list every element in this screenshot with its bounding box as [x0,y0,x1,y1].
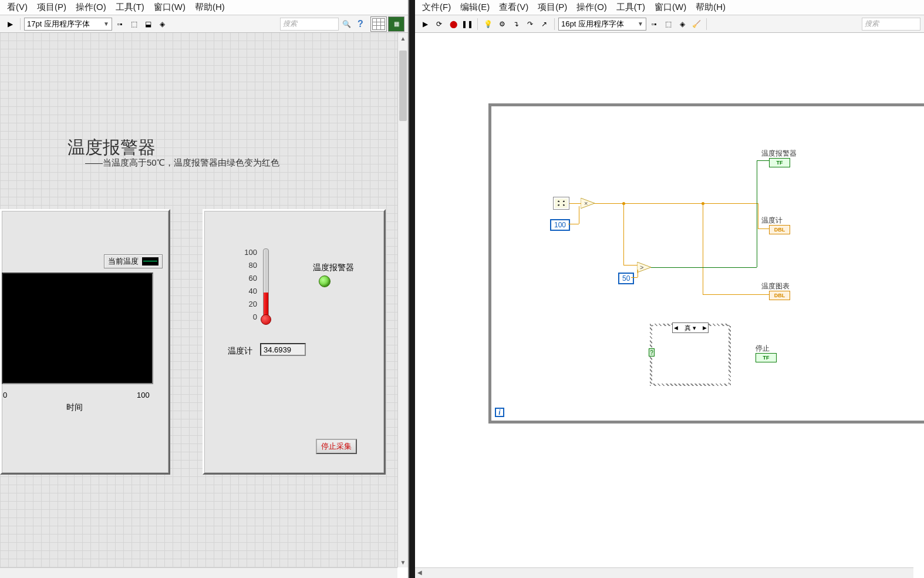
chart-indicator-terminal[interactable]: DBL [769,291,790,300]
menu-item[interactable]: 工具(T) [111,1,149,14]
chart-frame: 当前温度 0 100 时间 [0,209,170,475]
run-button[interactable]: ▶ [4,18,16,31]
retain-wire-button[interactable]: ⚙ [495,18,508,31]
font-label: 16pt 应用程序字体 [561,19,624,29]
block-diagram-canvas[interactable]: i × 100 > 50 [415,33,924,567]
wire [638,270,638,277]
highlight-button[interactable]: 💡 [481,18,494,31]
menu-item[interactable]: 查看(V) [494,1,533,14]
menu-item[interactable]: 编辑(E) [456,1,494,14]
menu-item[interactable]: 操作(O) [71,1,111,14]
wire [631,277,638,278]
wire-bool [757,160,770,161]
waveform-chart[interactable] [2,273,153,384]
font-selector[interactable]: 17pt 应用程序字体▼ [24,18,112,31]
window-gap [409,0,415,578]
connector-pane-icon[interactable] [370,16,387,32]
run-button[interactable]: ▶ [419,18,431,31]
scroll-thumb[interactable] [399,51,407,121]
svg-text:×: × [584,200,588,207]
alarm-indicator-terminal[interactable]: TF [769,158,790,167]
indicator-label: 温度图表 [761,281,790,291]
run-cont-button[interactable]: ⟳ [433,18,446,31]
search-input[interactable]: 搜索 [862,18,920,31]
horizontal-scrollbar[interactable] [0,567,397,578]
case-structure[interactable]: ◀ 真 ▾ ▶ ? [650,324,731,386]
stop-control-terminal[interactable]: TF [756,353,777,362]
numeric-indicator[interactable]: 34.6939 [260,343,306,356]
vi-icon[interactable]: ▦ [388,16,404,32]
menu-item[interactable]: 帮助(H) [691,1,730,14]
indicator-label: 温度报警器 [761,149,797,159]
horizontal-scrollbar[interactable]: ◀ [415,567,913,578]
multiply-node[interactable]: × [581,198,595,209]
led-label: 温度报警器 [313,263,354,273]
menu-item[interactable]: 项目(P) [533,1,572,14]
distribute-button[interactable]: ⬚ [127,18,140,31]
scroll-left-icon[interactable]: ◀ [417,569,422,576]
front-panel-canvas[interactable]: 温度报警器 ——当温度高于50℃，温度报警器由绿色变为红色 当前温度 0 100… [0,33,397,567]
scroll-down-icon[interactable]: ▼ [398,557,408,567]
menu-item[interactable]: 项目(P) [32,1,71,14]
iteration-terminal[interactable]: i [495,408,504,417]
step-into-button[interactable]: ↴ [510,18,522,31]
search-placeholder: 搜索 [865,19,879,29]
font-selector[interactable]: 16pt 应用程序字体▼ [558,18,646,31]
menu-item[interactable]: 操作(O) [572,1,612,14]
greater-node[interactable]: > [637,262,651,273]
random-number-node[interactable] [553,197,569,210]
pause-button[interactable]: ❚❚ [461,18,474,31]
indicator-label: 停止 [756,344,770,354]
menu-item[interactable]: 窗口(W) [149,1,190,14]
vertical-scrollbar[interactable]: ▲ ▼ [397,33,408,567]
case-selector-terminal[interactable]: ? [649,348,655,357]
x-axis-label: 时间 [66,402,83,413]
distribute-button[interactable]: ⬚ [662,18,675,31]
stop-button[interactable]: 停止采集 [316,439,357,454]
menu-item[interactable]: 文件(F) [417,1,456,14]
thermometer-indicator-terminal[interactable]: DBL [769,225,790,234]
thermometer[interactable]: 100 80 60 40 20 0 [234,246,286,328]
case-next-icon[interactable]: ▶ [703,325,707,331]
align-button[interactable]: ▫▪ [113,18,126,31]
thermo-tube [263,248,269,317]
reorder-button[interactable]: ◈ [156,18,168,31]
menu-item[interactable]: 看(V) [2,1,32,14]
search-input[interactable]: 搜索 [280,18,339,31]
wire [569,203,581,204]
align-button[interactable]: ▫▪ [648,18,660,31]
menu-item[interactable]: 窗口(W) [650,1,691,14]
abort-button[interactable]: ⬤ [447,18,460,31]
case-selector[interactable]: ◀ 真 ▾ ▶ [672,322,709,333]
legend-swatch [142,257,159,266]
constant-100[interactable]: 100 [550,219,570,231]
thermo-scale: 100 80 60 40 20 0 [244,246,257,324]
wire [703,294,770,295]
reorder-button[interactable]: ◈ [676,18,689,31]
menu-item[interactable]: 帮助(H) [190,1,230,14]
axis-tick: 0 [3,391,7,399]
resize-button[interactable]: ⬓ [141,18,154,31]
search-placeholder: 搜索 [283,19,297,29]
case-inner [652,326,729,384]
constant-50[interactable]: 50 [618,273,634,284]
wire [623,265,638,266]
help-icon[interactable]: ? [354,18,367,31]
while-loop[interactable]: i × 100 > 50 [488,103,924,424]
search-icon[interactable]: 🔍 [340,18,353,31]
cleanup-button[interactable]: 🧹 [690,18,703,31]
menubar-right[interactable]: 文件(F) 编辑(E) 查看(V) 项目(P) 操作(O) 工具(T) 窗口(W… [415,0,924,15]
block-diagram-window: 文件(F) 编辑(E) 查看(V) 项目(P) 操作(O) 工具(T) 窗口(W… [415,0,924,578]
wire [758,228,770,229]
alarm-led[interactable] [319,275,331,287]
axis-tick: 100 [137,391,150,399]
menu-item[interactable]: 工具(T) [612,1,650,14]
toolbar-left: ▶ 17pt 应用程序字体▼ ▫▪ ⬚ ⬓ ◈ 搜索 🔍 ? ▦ [0,15,408,33]
menubar-left[interactable]: 看(V) 项目(P) 操作(O) 工具(T) 窗口(W) 帮助(H) [0,0,408,15]
step-over-button[interactable]: ↷ [524,18,537,31]
step-out-button[interactable]: ↗ [538,18,551,31]
case-prev-icon[interactable]: ◀ [674,325,678,331]
scroll-up-icon[interactable]: ▲ [398,33,408,43]
chart-legend[interactable]: 当前温度 [104,254,163,268]
legend-label: 当前温度 [108,256,139,267]
